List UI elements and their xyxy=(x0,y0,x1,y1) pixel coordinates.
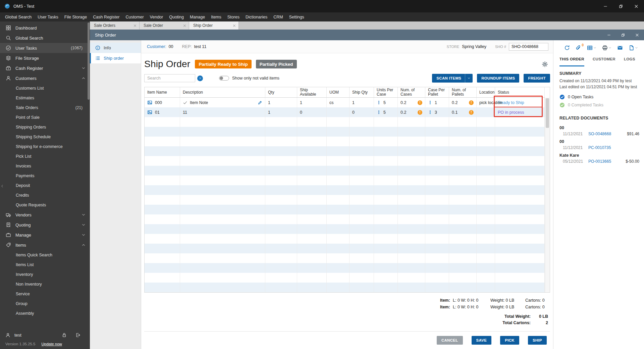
sidebar-item-shipping-orders[interactable]: Shipping Orders xyxy=(0,122,90,132)
sidebar-item-items[interactable]: Items xyxy=(0,240,90,250)
grid-view-icon[interactable] xyxy=(587,45,596,51)
tab-sale-orders[interactable]: Sale Orders xyxy=(90,21,140,30)
sho-number-input[interactable] xyxy=(509,43,548,51)
sidebar-item-assembly[interactable]: Assembly xyxy=(0,308,90,318)
sidebar-item-items-quick-search[interactable]: Items Quick Search xyxy=(0,250,90,260)
column-header-status[interactable]: Status xyxy=(495,87,545,97)
status-link[interactable]: PO in process xyxy=(498,110,524,115)
column-header-description[interactable]: Description xyxy=(180,87,265,97)
update-link[interactable]: Update now xyxy=(42,342,62,346)
scrollbar-thumb[interactable] xyxy=(546,98,549,128)
close-button[interactable] xyxy=(629,0,644,12)
sidebar-item-credits[interactable]: Credits xyxy=(0,190,90,200)
refresh-icon[interactable] xyxy=(564,45,570,51)
clear-search-icon[interactable] xyxy=(197,76,203,81)
sidebar-item-deposit[interactable]: Deposit xyxy=(0,181,90,190)
sidebar-scrollbar[interactable] xyxy=(87,21,90,349)
sidebar-item-estimates[interactable]: Estimates xyxy=(0,93,90,103)
minimize-button[interactable] xyxy=(598,0,613,12)
sidebar-item-vendors[interactable]: Vendors xyxy=(0,210,90,220)
menu-customer[interactable]: Customer xyxy=(122,12,147,21)
menu-global-search[interactable]: Global Search xyxy=(2,12,35,21)
print-icon[interactable] xyxy=(602,45,611,51)
column-header-num-of-cases[interactable]: Num. of Cases xyxy=(398,87,425,97)
column-header-units-per-case[interactable]: Units Per Case xyxy=(374,87,398,97)
pick-button[interactable]: PICK xyxy=(500,336,519,345)
doc-nav-ship-order[interactable]: Ship order xyxy=(90,53,141,63)
column-header-case-per-pallet[interactable]: Case Per Pallet xyxy=(425,87,449,97)
ship-button[interactable]: SHIP xyxy=(528,336,547,345)
scrollbar-thumb[interactable] xyxy=(88,22,90,100)
sidebar-item-point-of-sale[interactable]: Point of Sale xyxy=(0,112,90,122)
sidebar-item-pick-list[interactable]: Pick List xyxy=(0,151,90,161)
document-link[interactable]: PC-0010735 xyxy=(588,145,611,150)
column-header-item-name[interactable]: Item Name xyxy=(145,87,180,97)
inner-restore-button[interactable] xyxy=(616,30,630,40)
sidebar-item-customers-list[interactable]: Customers List xyxy=(0,83,90,93)
sidebar-item-quoting[interactable]: Quoting xyxy=(0,220,90,230)
close-icon[interactable] xyxy=(233,24,236,27)
sidebar-item-manage[interactable]: Manage xyxy=(0,230,90,240)
drag-handle-icon[interactable]: ⋮ xyxy=(377,100,381,105)
menu-cash-register[interactable]: Cash Register xyxy=(90,12,122,21)
sidebar-item-cash-register[interactable]: Cash Register xyxy=(0,63,90,73)
grid-scrollbar[interactable] xyxy=(545,98,550,292)
export-icon[interactable] xyxy=(629,45,638,51)
sidebar-item-customers[interactable]: Customers xyxy=(0,73,90,83)
attachment-icon[interactable]: 0 xyxy=(576,45,581,51)
restore-button[interactable] xyxy=(613,0,629,12)
inner-minimize-button[interactable] xyxy=(602,30,616,40)
sidebar-item-global-search[interactable]: Global Search xyxy=(0,33,90,43)
sidebar-item-shipping-for-e-commerce[interactable]: Shipping for e-commerce xyxy=(0,142,90,151)
table-row[interactable]: 000Item Note11cs1⋮50.2!⋮10.2!pick locati… xyxy=(145,98,545,107)
menu-manage[interactable]: Manage xyxy=(187,12,208,21)
logout-icon[interactable] xyxy=(75,333,80,338)
edit-icon[interactable] xyxy=(258,100,262,105)
sidebar-item-inventory[interactable]: Inventory xyxy=(0,269,90,279)
drag-handle-icon[interactable]: ⋮ xyxy=(377,110,381,114)
lock-icon[interactable] xyxy=(62,333,67,338)
scan-items-button[interactable]: SCAN ITEMS xyxy=(432,74,473,83)
inner-close-button[interactable] xyxy=(630,30,644,40)
sidebar-collapse-handle[interactable] xyxy=(0,184,4,189)
table-row[interactable]: 0111100⋮50.2!⋮30.1!PO in process xyxy=(145,107,545,117)
menu-user-tasks[interactable]: User Tasks xyxy=(35,12,61,21)
freight-button[interactable]: FREIGHT xyxy=(524,74,550,83)
menu-crm[interactable]: CRM xyxy=(270,12,286,21)
sidebar-item-service[interactable]: Service xyxy=(0,289,90,299)
menu-vendor[interactable]: Vendor xyxy=(147,12,166,21)
valid-items-toggle[interactable] xyxy=(219,76,229,81)
sidebar-item-group[interactable]: Group xyxy=(0,299,90,308)
menu-quoting[interactable]: Quoting xyxy=(166,12,187,21)
gear-icon[interactable] xyxy=(542,61,548,67)
roundup-items-button[interactable]: ROUNDUP ITEMS xyxy=(477,74,519,83)
cancel-button[interactable]: CANCEL xyxy=(437,336,463,345)
sidebar-item-dashboard[interactable]: Dashboard xyxy=(0,23,90,33)
save-button[interactable]: SAVE xyxy=(472,336,492,345)
sidebar-item-shipping-schedule[interactable]: Shipping Schedule xyxy=(0,132,90,142)
column-header-num-of-pallets[interactable]: Num. of Pallets xyxy=(449,87,477,97)
open-tasks-row[interactable]: 0 Open Tasks xyxy=(559,94,644,100)
menu-items[interactable]: Items xyxy=(208,12,224,21)
drag-handle-icon[interactable]: ⋮ xyxy=(428,110,432,114)
document-link[interactable]: SO-0048668 xyxy=(588,132,611,136)
email-icon[interactable] xyxy=(617,45,623,51)
tab-logs[interactable]: LOGS xyxy=(624,57,635,66)
drag-handle-icon[interactable]: ⋮ xyxy=(428,100,432,105)
column-header-ship-available[interactable]: Ship Available xyxy=(297,87,327,97)
menu-settings[interactable]: Settings xyxy=(286,12,307,21)
sidebar-item-file-storage[interactable]: File Storage xyxy=(0,53,90,63)
close-icon[interactable] xyxy=(133,24,137,27)
menu-file-storage[interactable]: File Storage xyxy=(61,12,90,21)
document-link[interactable]: PO-0013665 xyxy=(588,159,611,164)
column-header-uom[interactable]: UOM xyxy=(327,87,350,97)
close-icon[interactable] xyxy=(183,24,186,27)
column-header-ship-qty[interactable]: Ship Qty xyxy=(350,87,374,97)
column-header-qty[interactable]: Qty xyxy=(265,87,297,97)
menu-dictionaries[interactable]: Dictionaries xyxy=(243,12,270,21)
sidebar-item-user-tasks[interactable]: User Tasks(1067) xyxy=(0,43,90,53)
chevron-down-icon[interactable] xyxy=(467,77,471,80)
sidebar-item-quote-requests[interactable]: Quote Requests xyxy=(0,200,90,210)
sidebar-item-payments[interactable]: Payments xyxy=(0,171,90,181)
menu-stores[interactable]: Stores xyxy=(224,12,243,21)
